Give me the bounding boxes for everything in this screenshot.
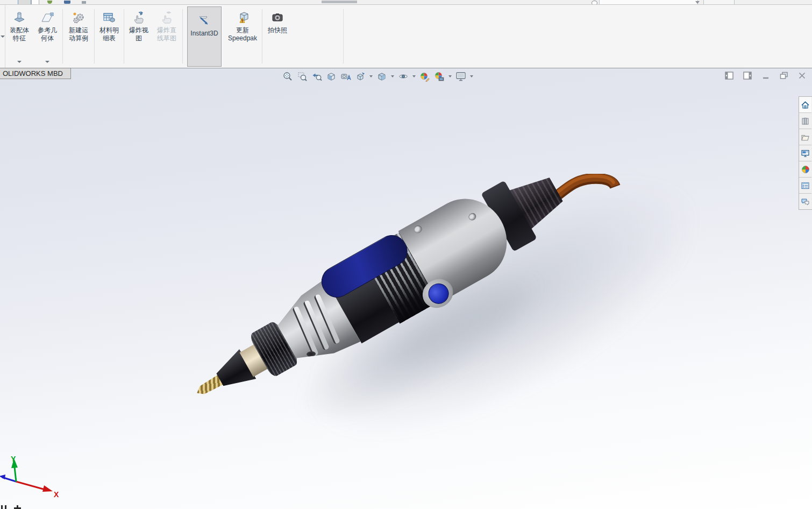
ribbon-separator [62,9,63,63]
triad-x-label: X [54,490,59,499]
solidworks-window: 装配体特征 参考几何体 新建运动算例 [0,0,812,509]
dynamic-annotation-views-icon[interactable] [340,70,352,82]
dropdown-arrow-icon[interactable] [470,75,473,77]
assembly-features-button[interactable]: 装配体特征 [5,5,33,68]
graphics-area[interactable]: X Y [0,68,812,509]
button-label: 爆炸视图 [127,26,150,43]
toolbar-tab-fragment[interactable] [18,0,31,5]
button-label: 装配体特征 [8,26,31,43]
toolbar-box-fragment[interactable] [31,0,39,5]
exploded-line-sketch-icon [160,11,174,25]
exploded-line-sketch-button: 爆炸直线草图 [152,5,181,68]
solidworks-forum-icon[interactable] [799,194,811,209]
flyout-arrow-icon[interactable] [45,61,49,63]
appearances-scenes-icon[interactable] [799,161,811,178]
previous-view-icon[interactable] [311,70,323,82]
apply-scene-icon[interactable] [433,70,445,82]
view-orientation-icon[interactable] [354,70,366,82]
window-controls [724,71,807,80]
expand-right-pane-icon[interactable] [743,71,752,80]
button-label: 爆炸直线草图 [155,26,178,43]
instant3d-icon [197,14,211,28]
exploded-view-icon [132,11,146,25]
section-view-icon[interactable] [325,70,337,82]
hide-show-items-icon[interactable] [397,70,409,82]
help-icon[interactable] [592,1,597,5]
flyout-arrow-icon [1,36,5,38]
ribbon-separator [124,9,124,63]
button-label: Instant3D [188,30,220,38]
button-label: 材料明细表 [98,26,120,43]
button-label: 新建运动算例 [67,26,90,43]
toolbar-icon-fragment[interactable] [47,1,52,4]
toolbar-icon-fragment[interactable] [64,1,70,4]
button-label: 更新 Speedpak [226,26,259,43]
design-library-icon[interactable] [799,113,811,129]
bill-of-materials-button[interactable]: 材料明细表 [96,5,123,68]
assembly-features-icon [12,11,26,25]
snapshot-camera-icon [270,11,284,25]
dropdown-arrow-icon[interactable] [391,75,394,77]
toolbar-icon-fragment [82,1,86,4]
heads-up-view-toolbar [282,69,474,83]
view-palette-icon[interactable] [799,145,811,161]
ribbon-separator [182,9,183,63]
new-motion-study-button[interactable]: 新建运动算例 [64,5,93,68]
custom-properties-icon[interactable] [799,178,811,194]
reference-triad: X Y [0,455,70,509]
search-input[interactable] [599,0,698,5]
take-snapshot-button[interactable]: 拍快照 [263,5,291,68]
model-screw-hole [412,224,423,235]
minimize-icon[interactable] [761,71,770,80]
collapse-left-pane-icon[interactable] [724,71,733,80]
close-icon[interactable] [797,71,807,80]
zoom-to-fit-icon[interactable] [282,70,294,82]
search-button[interactable] [703,0,735,5]
motion-study-icon [72,11,86,25]
button-label: 参考几何体 [36,26,59,43]
exploded-view-button[interactable]: 爆炸视图 [125,5,152,68]
flyout-arrow-icon[interactable] [17,61,22,63]
instant3d-button-selected[interactable]: Instant3D [187,6,222,67]
tab-solidworks-mbd[interactable]: OLIDWORKS MBD [0,68,71,79]
dropdown-arrow-icon[interactable] [412,75,416,77]
edit-appearance-icon[interactable] [419,70,431,82]
view-settings-icon[interactable] [455,70,467,82]
ribbon-separator [343,9,344,63]
menu-bar-clipped [0,0,812,5]
ribbon-separator [94,9,95,63]
file-explorer-icon[interactable] [799,129,811,145]
button-label: 拍快照 [266,26,289,34]
search-dropdown-icon[interactable] [695,1,700,4]
dropdown-arrow-icon[interactable] [369,75,373,77]
bom-table-icon [102,11,116,25]
clipped-text-fragment [1,505,33,509]
update-speedpak-icon [236,11,250,25]
window-title-clipped [322,1,357,3]
task-pane [799,96,812,210]
collapsed-group-stub[interactable] [0,5,5,68]
update-speedpak-button[interactable]: 更新 Speedpak [224,5,261,68]
display-style-icon[interactable] [376,70,388,82]
restore-icon[interactable] [779,71,788,80]
zoom-to-area-icon[interactable] [296,70,308,82]
reference-geometry-button[interactable]: 参考几何体 [33,5,61,68]
dropdown-arrow-icon[interactable] [448,75,452,77]
model-vent-hole [307,351,316,357]
model-screw-hole [467,212,478,222]
ribbon-separator [262,9,262,63]
solidworks-resources-home-icon[interactable] [799,97,811,113]
triad-y-label: Y [11,455,16,463]
reference-geometry-icon [40,11,54,25]
command-manager-ribbon: 装配体特征 参考几何体 新建运动算例 [0,5,812,68]
